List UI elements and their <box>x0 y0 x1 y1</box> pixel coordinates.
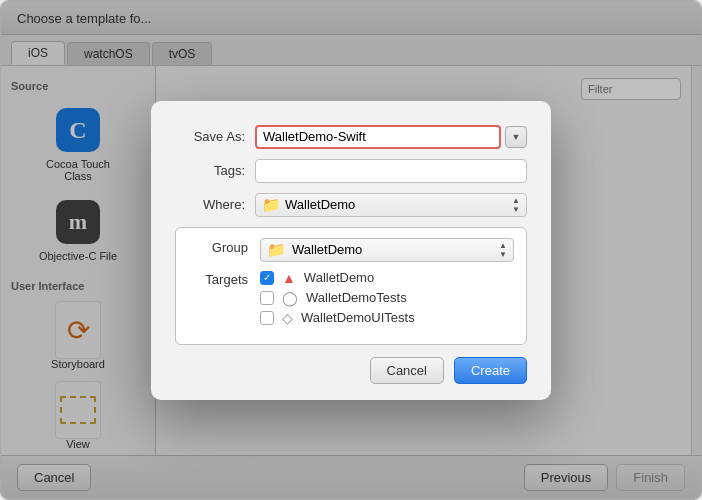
target-label-wallet-demo: WalletDemo <box>304 270 374 285</box>
tags-label: Tags: <box>175 163 245 178</box>
tags-row: Tags: <box>175 159 527 183</box>
targets-list: ✓ ▲ WalletDemo ◯ WalletDemoTests <box>260 270 514 326</box>
tags-input[interactable] <box>255 159 527 183</box>
group-folder-icon: 📁 <box>267 241 286 259</box>
target-app-icon: ▲ <box>282 270 296 286</box>
folder-icon: 📁 <box>262 196 281 214</box>
main-window: Choose a template fo... iOS watchOS tvOS… <box>0 0 702 500</box>
where-row: Where: 📁 WalletDemo ▲▼ <box>175 193 527 217</box>
target-label-wallet-demo-tests: WalletDemoTests <box>306 290 407 305</box>
save-as-row: Save As: ▼ <box>175 125 527 149</box>
modal-overlay: Save As: ▼ Tags: Where: 📁 W <box>1 1 701 499</box>
where-label: Where: <box>175 197 245 212</box>
target-checkbox-wallet-demo-tests[interactable] <box>260 291 274 305</box>
save-as-label: Save As: <box>175 129 245 144</box>
target-item-wallet-demo-ui-tests: ◇ WalletDemoUITests <box>260 310 514 326</box>
tags-input-wrap <box>255 159 527 183</box>
target-item-wallet-demo-tests: ◯ WalletDemoTests <box>260 290 514 306</box>
where-arrows-icon: ▲▼ <box>512 196 520 214</box>
target-checkbox-wallet-demo[interactable]: ✓ <box>260 271 274 285</box>
save-dialog: Save As: ▼ Tags: Where: 📁 W <box>151 101 551 400</box>
group-content: 📁 WalletDemo ▲▼ <box>260 238 514 262</box>
target-uitests-icon: ◇ <box>282 310 293 326</box>
save-as-dropdown-arrow[interactable]: ▼ <box>505 126 527 148</box>
targets-row: Targets ✓ ▲ WalletDemo ◯ WalletDemoTest <box>188 270 514 326</box>
where-dropdown[interactable]: 📁 WalletDemo ▲▼ <box>255 193 527 217</box>
expanded-section: Group 📁 WalletDemo ▲▼ Targets <box>175 227 527 345</box>
target-tests-icon: ◯ <box>282 290 298 306</box>
group-label: Group <box>188 238 248 255</box>
modal-actions: Cancel Create <box>175 357 527 384</box>
modal-cancel-button[interactable]: Cancel <box>370 357 444 384</box>
target-item-wallet-demo: ✓ ▲ WalletDemo <box>260 270 514 286</box>
save-as-input[interactable] <box>255 125 501 149</box>
save-as-input-wrap: ▼ <box>255 125 527 149</box>
group-dropdown[interactable]: 📁 WalletDemo ▲▼ <box>260 238 514 262</box>
where-select: 📁 WalletDemo ▲▼ <box>255 193 527 217</box>
modal-create-button[interactable]: Create <box>454 357 527 384</box>
targets-label: Targets <box>188 270 248 287</box>
target-label-wallet-demo-ui-tests: WalletDemoUITests <box>301 310 415 325</box>
group-value: WalletDemo <box>292 242 362 257</box>
where-value: WalletDemo <box>285 197 512 212</box>
target-checkbox-wallet-demo-ui-tests[interactable] <box>260 311 274 325</box>
group-arrows-icon: ▲▼ <box>499 241 507 259</box>
group-row: Group 📁 WalletDemo ▲▼ <box>188 238 514 262</box>
